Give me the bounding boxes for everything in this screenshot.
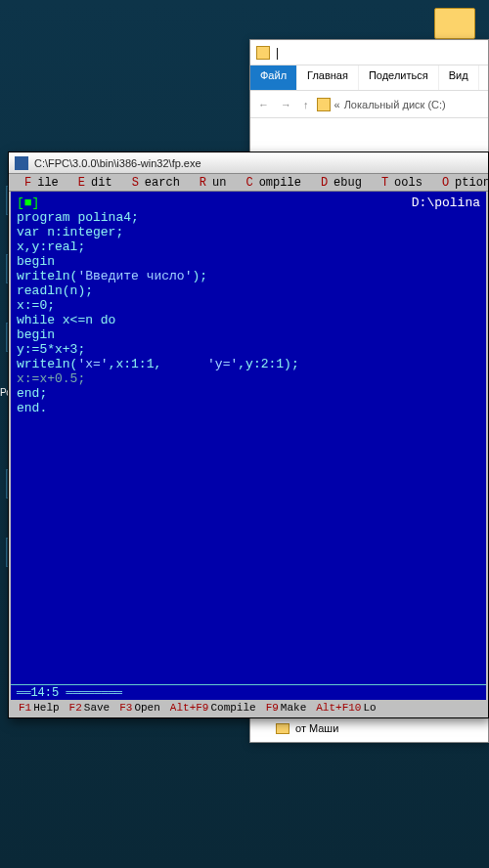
ide-fkey-bar: F1Help F2Save F3Open Alt+F9Compile F9Mak… xyxy=(11,700,486,716)
folder-icon xyxy=(256,46,270,60)
menu-options[interactable]: Options xyxy=(430,176,489,190)
folder-icon xyxy=(317,98,331,111)
menu-tools[interactable]: Tools xyxy=(370,176,428,190)
explorer-ribbon-tabs: Файл Главная Поделиться Вид xyxy=(250,65,488,91)
ide-status-line: ══ 14:5 ════════ xyxy=(11,684,486,700)
breadcrumb-prefix: « xyxy=(334,99,340,110)
tab-file[interactable]: Файл xyxy=(250,65,297,90)
app-icon xyxy=(15,156,28,170)
menu-file[interactable]: FFileile xyxy=(13,176,65,190)
menu-edit[interactable]: Edit xyxy=(67,176,118,190)
breadcrumb[interactable]: « Локальный диск (C:) xyxy=(317,98,485,111)
ide-titlebar[interactable]: C:\FPC\3.0.0\bin\i386-win32\fp.exe xyxy=(9,152,488,174)
explorer-navbar: ← → ↑ « Локальный диск (C:) xyxy=(250,91,488,118)
nav-forward[interactable]: → xyxy=(277,99,295,110)
ide-title-text: C:\FPC\3.0.0\bin\i386-win32\fp.exe xyxy=(34,157,201,169)
fkey-f9[interactable]: F9 xyxy=(260,702,279,714)
explorer-titlebar[interactable]: | xyxy=(250,40,488,65)
nav-up[interactable]: ↑ xyxy=(299,99,313,110)
menu-search[interactable]: Search xyxy=(120,176,186,190)
source-code[interactable]: program polina4; var n:integer; x,y:real… xyxy=(17,210,480,415)
fkey-f1[interactable]: F1 xyxy=(13,702,31,714)
close-marker[interactable]: [■] xyxy=(17,195,39,210)
folder-icon xyxy=(276,723,289,734)
tab-home[interactable]: Главная xyxy=(297,65,359,90)
ide-menubar: FFileile Edit Search Run Compile Debug T… xyxy=(9,174,488,192)
editor-filepath: D:\polina xyxy=(412,195,480,210)
fpc-ide-window: C:\FPC\3.0.0\bin\i386-win32\fp.exe FFile… xyxy=(8,152,489,718)
folder-label: от Маши xyxy=(295,722,338,734)
tab-view[interactable]: Вид xyxy=(439,65,479,90)
desktop-folder-icon[interactable] xyxy=(434,8,477,43)
cursor-position: 14:5 ═ xyxy=(30,686,72,700)
fkey-f2[interactable]: F2 xyxy=(64,702,82,714)
menu-run[interactable]: Run xyxy=(188,176,233,190)
folder-item[interactable]: от Маши xyxy=(258,720,480,736)
fkey-altf9[interactable]: Alt+F9 xyxy=(164,702,209,714)
menu-compile[interactable]: Compile xyxy=(234,176,306,190)
breadcrumb-text: Локальный диск (C:) xyxy=(344,99,446,110)
fkey-f3[interactable]: F3 xyxy=(113,702,132,714)
explorer-title-sep: | xyxy=(276,46,279,60)
fkey-altf10[interactable]: Alt+F10 xyxy=(310,702,361,714)
tab-share[interactable]: Поделиться xyxy=(359,65,439,90)
menu-debug[interactable]: Debug xyxy=(309,176,368,190)
nav-back[interactable]: ← xyxy=(254,99,273,110)
ide-editor-area[interactable]: [■] D:\polina program polina4; var n:int… xyxy=(11,192,486,700)
